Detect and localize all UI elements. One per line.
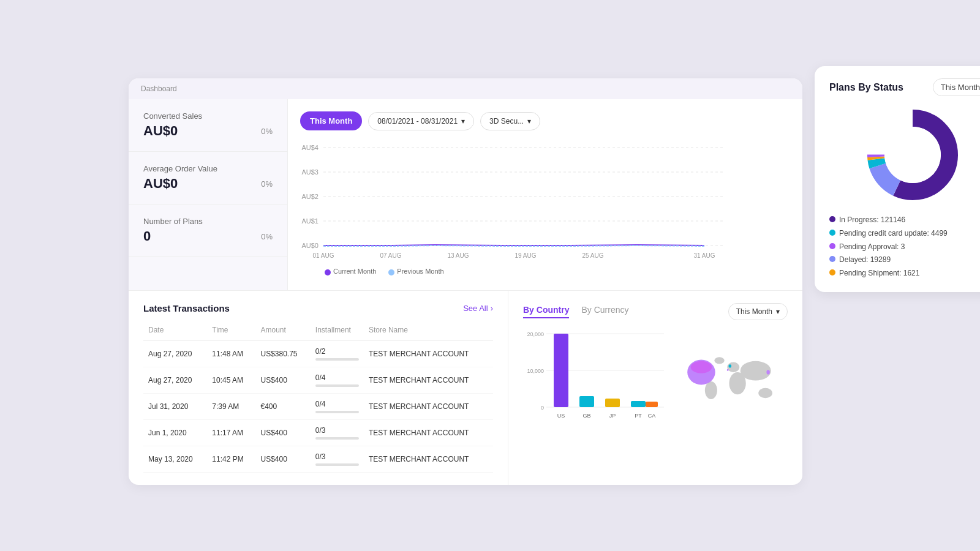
table-header: Amount bbox=[255, 322, 310, 341]
plans-status-this-month-button[interactable]: This Month ▾ bbox=[933, 78, 980, 96]
tx-date: Jun 1, 2020 bbox=[143, 419, 207, 446]
avg-order-pct: 0% bbox=[261, 179, 273, 189]
svg-rect-32 bbox=[605, 399, 620, 407]
plans-status-title: Plans By Status bbox=[829, 82, 903, 93]
see-all-link[interactable]: See All › bbox=[463, 304, 493, 313]
svg-text:13 AUG: 13 AUG bbox=[447, 252, 469, 259]
line-chart: AU$4 AU$3 AU$2 AU$1 AU$0 bbox=[300, 140, 729, 263]
svg-text:07 AUG: 07 AUG bbox=[380, 252, 401, 259]
tx-amount: US$400 bbox=[255, 446, 310, 472]
tx-date: Aug 27, 2020 bbox=[143, 340, 207, 367]
tx-amount: US$400 bbox=[255, 419, 310, 446]
num-plans-label: Number of Plans bbox=[143, 217, 273, 226]
plans-status-card: Plans By Status This Month ▾ In Progress… bbox=[815, 66, 980, 292]
svg-text:AU$4: AU$4 bbox=[301, 144, 318, 151]
svg-point-46 bbox=[729, 364, 732, 367]
tx-installment: 0/3 bbox=[311, 446, 364, 472]
geo-content: 20,000 10,000 0 US bbox=[523, 329, 788, 429]
bottom-section: Latest Transactions See All › DateTimeAm… bbox=[129, 290, 802, 485]
legend-item: Pending Approval: 3 bbox=[829, 241, 980, 254]
svg-point-43 bbox=[705, 381, 717, 399]
donut-chart bbox=[864, 106, 962, 204]
tx-date: Jul 31, 2020 bbox=[143, 393, 207, 419]
legend-item: Pending Shipment: 1621 bbox=[829, 267, 980, 280]
table-row: Aug 27, 202011:48 AMUS$380.750/2TEST MER… bbox=[143, 340, 493, 367]
tx-installment: 0/4 bbox=[311, 367, 364, 393]
legend-item: Delayed: 19289 bbox=[829, 253, 980, 267]
num-plans-card: Number of Plans 0 0% bbox=[129, 204, 287, 257]
transactions-table: DateTimeAmountInstallmentStore Name Aug … bbox=[143, 322, 493, 473]
svg-text:20,000: 20,000 bbox=[527, 331, 544, 337]
table-header: Time bbox=[207, 322, 255, 341]
filter-button[interactable]: 3D Secu... ▾ bbox=[480, 112, 540, 130]
converted-sales-value: AU$0 bbox=[143, 123, 178, 139]
table-header: Store Name bbox=[364, 322, 493, 341]
transactions-panel: Latest Transactions See All › DateTimeAm… bbox=[129, 291, 508, 485]
svg-point-48 bbox=[727, 369, 729, 371]
tx-time: 11:48 AM bbox=[207, 340, 255, 367]
svg-text:AU$1: AU$1 bbox=[301, 217, 318, 225]
breadcrumb: Dashboard bbox=[129, 78, 802, 99]
svg-text:10,000: 10,000 bbox=[527, 368, 544, 374]
svg-text:JP: JP bbox=[609, 413, 616, 419]
tab-by-currency[interactable]: By Currency bbox=[581, 305, 628, 318]
geo-panel: By Country By Currency This Month ▾ 20,0… bbox=[508, 291, 802, 485]
tx-amount: US$400 bbox=[255, 367, 310, 393]
svg-text:25 AUG: 25 AUG bbox=[582, 252, 603, 259]
tx-time: 11:42 PM bbox=[207, 446, 255, 472]
svg-point-42 bbox=[758, 388, 772, 397]
svg-rect-30 bbox=[579, 396, 594, 407]
svg-text:AU$2: AU$2 bbox=[301, 193, 318, 200]
tx-amount: €400 bbox=[255, 393, 310, 419]
chart-area: This Month 08/01/2021 - 08/31/2021 ▾ 3D … bbox=[288, 99, 802, 290]
chart-legend: Current Month Previous Month bbox=[300, 265, 790, 277]
tx-store: TEST MERCHANT ACCOUNT bbox=[364, 340, 493, 367]
line-chart-container: AU$4 AU$3 AU$2 AU$1 AU$0 bbox=[300, 140, 790, 277]
transactions-title: Latest Transactions bbox=[143, 303, 230, 313]
svg-point-5 bbox=[884, 127, 941, 183]
geo-this-month-button[interactable]: This Month ▾ bbox=[728, 303, 788, 320]
tx-installment: 0/2 bbox=[311, 340, 364, 367]
table-row: May 13, 202011:42 PMUS$4000/3TEST MERCHA… bbox=[143, 446, 493, 472]
tx-installment: 0/4 bbox=[311, 393, 364, 419]
svg-point-41 bbox=[741, 361, 771, 380]
svg-text:01 AUG: 01 AUG bbox=[312, 252, 334, 259]
tx-date: May 13, 2020 bbox=[143, 446, 207, 472]
tx-installment: 0/3 bbox=[311, 419, 364, 446]
legend-item: Pending credit card update: 4499 bbox=[829, 227, 980, 241]
table-row: Jul 31, 20207:39 AM€4000/4TEST MERCHANT … bbox=[143, 393, 493, 419]
svg-text:AU$0: AU$0 bbox=[301, 242, 318, 249]
table-header: Date bbox=[143, 322, 207, 341]
this-month-button[interactable]: This Month bbox=[300, 111, 362, 130]
svg-rect-36 bbox=[646, 402, 658, 407]
svg-text:AU$3: AU$3 bbox=[301, 168, 318, 176]
converted-sales-card: Converted Sales AU$0 0% bbox=[129, 99, 287, 152]
tx-time: 11:17 AM bbox=[207, 419, 255, 446]
svg-text:PT: PT bbox=[635, 413, 642, 419]
main-dashboard-card: Dashboard Converted Sales AU$0 0% Averag… bbox=[129, 78, 802, 484]
tx-date: Aug 27, 2020 bbox=[143, 367, 207, 393]
svg-point-45 bbox=[714, 357, 724, 364]
country-bar-chart: 20,000 10,000 0 US bbox=[523, 329, 670, 427]
legend-item: In Progress: 121146 bbox=[829, 214, 980, 227]
date-range-button[interactable]: 08/01/2021 - 08/31/2021 ▾ bbox=[368, 112, 474, 130]
chart-controls: This Month 08/01/2021 - 08/31/2021 ▾ 3D … bbox=[300, 111, 790, 130]
tx-store: TEST MERCHANT ACCOUNT bbox=[364, 393, 493, 419]
tx-time: 7:39 AM bbox=[207, 393, 255, 419]
svg-point-49 bbox=[691, 361, 712, 373]
table-header: Installment bbox=[311, 322, 364, 341]
svg-text:31 AUG: 31 AUG bbox=[693, 252, 715, 259]
converted-sales-pct: 0% bbox=[261, 127, 273, 136]
tx-amount: US$380.75 bbox=[255, 340, 310, 367]
tx-store: TEST MERCHANT ACCOUNT bbox=[364, 446, 493, 472]
metrics-sidebar: Converted Sales AU$0 0% Average Order Va… bbox=[129, 99, 288, 290]
svg-text:US: US bbox=[557, 413, 565, 419]
plans-legend: In Progress: 121146Pending credit card u… bbox=[829, 214, 980, 280]
table-row: Aug 27, 202010:45 AMUS$4000/4TEST MERCHA… bbox=[143, 367, 493, 393]
svg-point-47 bbox=[766, 370, 769, 374]
tx-time: 10:45 AM bbox=[207, 367, 255, 393]
tab-by-country[interactable]: By Country bbox=[523, 305, 569, 318]
tx-store: TEST MERCHANT ACCOUNT bbox=[364, 419, 493, 446]
tx-store: TEST MERCHANT ACCOUNT bbox=[364, 367, 493, 393]
num-plans-pct: 0% bbox=[261, 232, 273, 241]
